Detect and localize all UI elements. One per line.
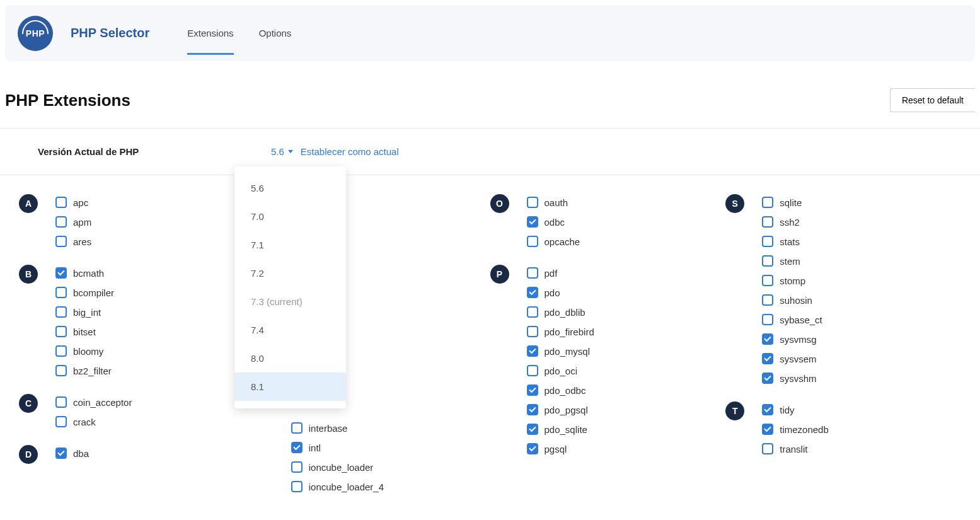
ext-checkbox[interactable] [762,275,773,286]
ext-checkbox[interactable] [762,424,773,435]
ext-label[interactable]: suhosin [780,295,812,306]
ext-checkbox[interactable] [55,345,67,357]
ext-label[interactable]: opcache [545,236,580,247]
version-option[interactable]: 8.0 [234,344,346,373]
ext-label[interactable]: stats [780,236,800,247]
version-option[interactable]: 8.1 [234,373,346,401]
ext-label[interactable]: bloomy [73,346,103,357]
ext-checkbox[interactable] [527,267,538,279]
ext-label[interactable]: bcompiler [73,287,114,298]
ext-checkbox[interactable] [762,404,773,415]
reset-to-default-button[interactable]: Reset to default [890,88,975,112]
ext-checkbox[interactable] [762,255,773,267]
ext-checkbox[interactable] [55,197,67,208]
ext-label[interactable]: timezonedb [780,424,829,435]
ext-checkbox[interactable] [527,384,538,396]
ext-checkbox[interactable] [762,353,773,364]
ext-checkbox[interactable] [527,365,538,376]
ext-label[interactable]: pgsql [545,444,567,454]
ext-label[interactable]: sysvshm [780,373,816,384]
ext-label[interactable]: crack [73,417,96,427]
ext-label[interactable]: ares [73,236,91,247]
version-option[interactable]: 7.3 (current) [234,287,346,316]
tab-options[interactable]: Options [259,11,292,55]
ext-checkbox[interactable] [55,306,67,318]
ext-checkbox[interactable] [762,373,773,384]
ext-checkbox[interactable] [291,481,303,492]
ext-label[interactable]: big_int [73,307,101,318]
ext-label[interactable]: sybase_ct [780,315,822,325]
ext-label[interactable]: bcmath [73,268,104,279]
ext-label[interactable]: bitset [73,326,96,337]
ext-checkbox[interactable] [55,287,67,298]
ext-label[interactable]: intl [309,442,321,453]
ext-label[interactable]: translit [780,444,807,454]
ext-checkbox[interactable] [527,287,538,298]
ext-label[interactable]: pdf [545,268,558,279]
version-option[interactable]: 5.6 [234,174,346,202]
ext-label[interactable]: ssh2 [780,217,800,228]
ext-label[interactable]: sysvsem [780,354,816,364]
ext-label[interactable]: dba [73,448,89,459]
ext-label[interactable]: apm [73,217,91,228]
ext-checkbox[interactable] [55,267,67,279]
ext-checkbox[interactable] [55,236,67,247]
ext-checkbox[interactable] [527,326,538,337]
ext-label[interactable]: pdo_odbc [545,385,586,396]
ext-checkbox[interactable] [762,314,773,325]
ext-label[interactable]: pdo_oci [545,366,578,376]
ext-checkbox[interactable] [291,442,303,453]
ext-label[interactable]: bz2_filter [73,366,112,376]
ext-label[interactable]: pdo [545,287,560,298]
ext-label[interactable]: coin_acceptor [73,397,132,408]
ext-label[interactable]: pdo_sqlite [545,424,587,435]
ext-checkbox[interactable] [55,396,67,408]
set-as-current-link[interactable]: Establecer como actual [301,146,399,157]
version-value[interactable]: 5.6 [271,146,284,157]
ext-checkbox[interactable] [527,424,538,435]
ext-label[interactable]: stem [780,256,800,267]
ext-checkbox[interactable] [55,326,67,337]
version-option[interactable]: 7.4 [234,316,346,344]
ext-checkbox[interactable] [762,197,773,208]
ext-checkbox[interactable] [762,216,773,228]
version-option[interactable]: 7.2 [234,259,346,287]
ext-checkbox[interactable] [527,216,538,228]
ext-label[interactable]: oauth [545,197,568,208]
ext-label[interactable]: stomp [780,275,805,286]
caret-down-icon[interactable] [288,150,293,153]
ext-label[interactable]: pdo_firebird [545,326,594,337]
ext-checkbox[interactable] [762,236,773,247]
ext-label[interactable]: sysvmsg [780,334,816,345]
ext-checkbox[interactable] [55,448,67,459]
tab-extensions[interactable]: Extensions [187,11,233,55]
ext-checkbox[interactable] [762,443,773,454]
ext-checkbox[interactable] [527,404,538,415]
ext-checkbox[interactable] [55,365,67,376]
ext-label[interactable]: pdo_mysql [545,346,591,357]
ext-label[interactable]: ioncube_loader_4 [309,482,384,492]
ext-checkbox[interactable] [762,333,773,345]
ext-checkbox[interactable] [527,345,538,357]
ext-checkbox[interactable] [291,461,303,473]
ext-group: Ddba [19,445,255,464]
ext-label[interactable]: odbc [545,217,565,228]
ext-label[interactable]: apc [73,197,88,208]
ext-checkbox[interactable] [527,306,538,318]
ext-checkbox[interactable] [527,443,538,454]
ext-checkbox[interactable] [55,416,67,427]
ext-label[interactable]: pdo_pgsql [545,405,588,415]
ext-label[interactable]: pdo_dblib [545,307,585,318]
ext-checkbox[interactable] [527,236,538,247]
ext-item: intl [291,442,384,453]
ext-label[interactable]: tidy [780,405,794,415]
ext-checkbox[interactable] [527,197,538,208]
version-option[interactable]: 7.1 [234,231,346,259]
ext-checkbox[interactable] [55,216,67,228]
ext-checkbox[interactable] [291,422,303,434]
ext-label[interactable]: interbase [309,423,348,434]
version-option[interactable]: 7.0 [234,202,346,231]
ext-label[interactable]: sqlite [780,197,802,208]
ext-checkbox[interactable] [762,294,773,306]
ext-label[interactable]: ioncube_loader [309,462,374,473]
